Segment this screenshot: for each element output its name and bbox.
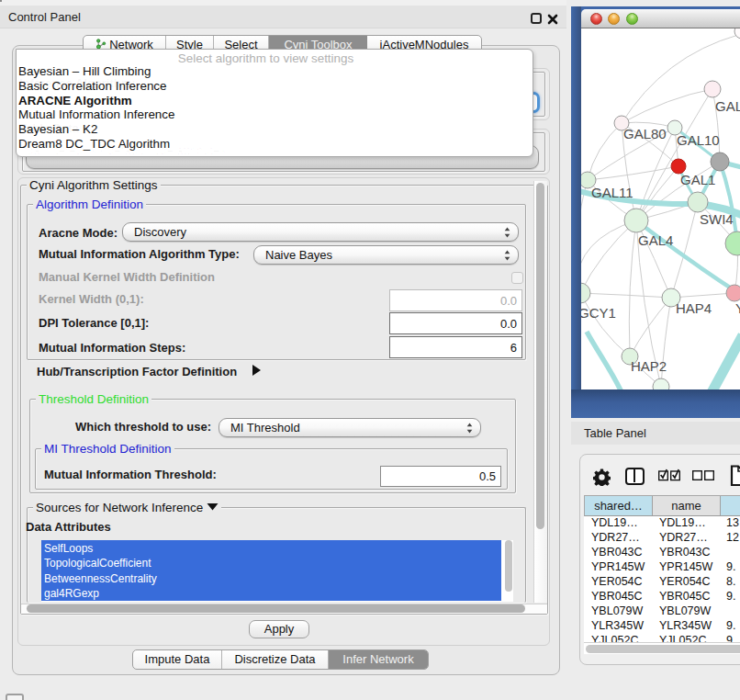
svg-text:HAP2: HAP2 [631, 358, 667, 374]
svg-text:HAP4: HAP4 [676, 300, 712, 316]
svg-text:GAL2: GAL2 [715, 98, 740, 114]
svg-text:GAL4: GAL4 [638, 232, 673, 248]
svg-text:GAL80: GAL80 [623, 126, 667, 141]
svg-text:GAL11: GAL11 [591, 185, 633, 200]
svg-text:GCY1: GCY1 [581, 305, 616, 321]
svg-text:GAL10: GAL10 [677, 132, 720, 148]
svg-text:Y: Y [735, 300, 740, 316]
svg-text:GAL1: GAL1 [680, 172, 715, 187]
svg-text:SWI4: SWI4 [700, 211, 734, 227]
